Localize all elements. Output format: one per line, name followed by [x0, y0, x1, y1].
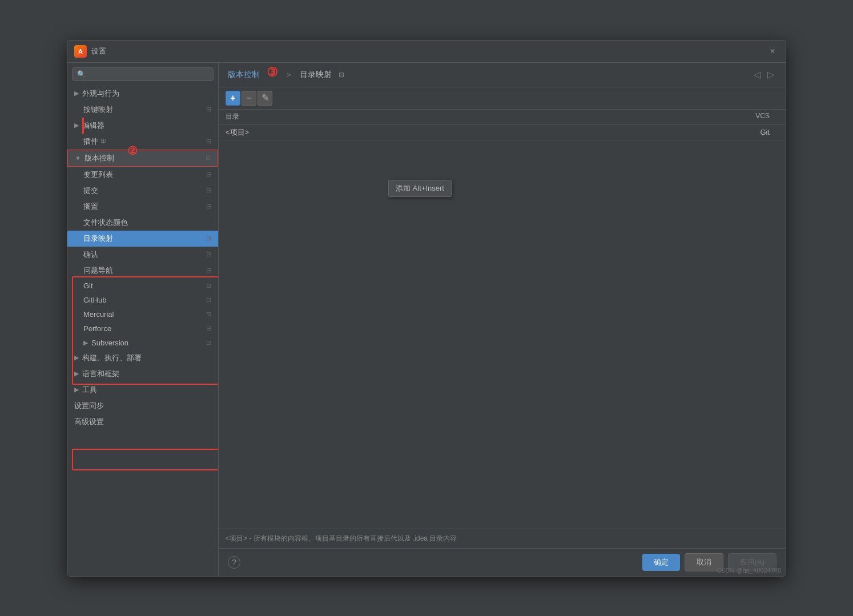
help-button[interactable]: ?	[228, 556, 240, 569]
sidebar-item-perforce[interactable]: Perforce ⊟	[67, 321, 218, 336]
col-vcs-header: VCS	[710, 112, 779, 122]
nav-forward-button[interactable]: ▷	[765, 68, 776, 81]
sidebar-item-issue-nav[interactable]: 问题导航 ⊟	[67, 263, 218, 279]
add-button[interactable]: +	[226, 91, 240, 106]
sidebar-item-dir-mapping[interactable]: 目录映射 ⊟	[67, 231, 218, 247]
table-header: 目录 VCS	[219, 110, 786, 124]
arrow-icon: ▶	[74, 354, 79, 361]
sidebar-item-settings-sync[interactable]: 设置同步	[67, 398, 218, 414]
settings-icon: ⊟	[206, 282, 211, 289]
vcs-section-wrapper: ▼ 版本控制 ⊟ ② 变更列表 ⊟ 提交 ⊟ 搁置 ⊟	[67, 150, 218, 231]
sidebar-item-tools[interactable]: ▶ 工具	[67, 382, 218, 398]
confirm-button[interactable]: 确定	[642, 554, 680, 571]
title-bar: A 设置 ×	[67, 41, 786, 63]
action-bar: ? 确定 取消 应用(A)	[219, 548, 786, 576]
sidebar-item-file-status[interactable]: 文件状态颜色	[67, 215, 218, 231]
settings-icon: ⊟	[206, 311, 211, 318]
dialog-body: 🔍 ▶ 外观与行为 按键映射 ⊟ ▶ 编辑器 插件 ①	[67, 63, 786, 576]
sidebar-item-advanced[interactable]: 高级设置	[67, 414, 218, 430]
header-settings-icon[interactable]: ⊟	[339, 71, 344, 79]
title-left: A 设置	[74, 45, 106, 58]
sidebar-item-mercurial[interactable]: Mercurial ⊟	[67, 307, 218, 321]
settings-icon: ⊟	[206, 203, 211, 210]
sidebar-item-subversion[interactable]: ▶ Subversion ⊟	[67, 336, 218, 350]
search-box[interactable]: 🔍	[72, 67, 214, 81]
close-button[interactable]: ×	[766, 45, 779, 58]
plugin-badge: ①	[100, 138, 106, 145]
sidebar-item-git[interactable]: Git ⊟	[67, 279, 218, 293]
content-header: 版本控制 ③ ＞ 目录映射 ⊟ ◁ ▷	[219, 63, 786, 87]
settings-icon: ⊟	[206, 187, 211, 194]
table-area: 目录 VCS <项目> Git	[219, 110, 786, 529]
settings-icon: ⊟	[206, 325, 211, 332]
footer-note: <项目> - 所有模块的内容根、项目基目录的所有直接后代以及 .idea 目录内…	[219, 529, 786, 548]
sidebar-item-build[interactable]: ▶ 构建、执行、部署	[67, 350, 218, 366]
arrow-icon: ▶	[74, 370, 79, 377]
edit-button[interactable]: ✎	[257, 91, 272, 106]
table-row[interactable]: <项目> Git	[219, 124, 786, 141]
sidebar-item-changelists[interactable]: 变更列表 ⊟	[67, 167, 218, 183]
search-input[interactable]	[89, 70, 208, 78]
dir-mapping-wrapper: 目录映射 ⊟	[67, 231, 218, 247]
vcs-cell: Git	[710, 128, 779, 136]
dir-cell: <项目>	[226, 127, 710, 138]
app-icon: A	[74, 45, 87, 58]
sidebar-item-vcs[interactable]: ▼ 版本控制 ⊟	[67, 150, 218, 167]
breadcrumb-sep: ＞	[285, 70, 293, 80]
sidebar-item-languages[interactable]: ▶ 语言和框架	[67, 366, 218, 382]
settings-icon: ⊟	[206, 296, 211, 304]
watermark: CSDN @qq_40024708	[717, 567, 781, 574]
breadcrumb-current: 目录映射	[300, 70, 332, 80]
arrow-icon: ▶	[83, 339, 88, 347]
remove-button[interactable]: −	[242, 91, 256, 106]
arrow-icon: ▶	[74, 122, 79, 129]
nav-back-button[interactable]: ◁	[751, 68, 763, 81]
sidebar-item-commit[interactable]: 提交 ⊟	[67, 183, 218, 199]
settings-icon: ⊟	[206, 154, 211, 162]
arrow-icon: ▼	[75, 155, 81, 162]
col-dir-header: 目录	[226, 112, 710, 122]
dir-mapping-annotation-box	[72, 449, 219, 470]
settings-icon: ⊟	[206, 339, 211, 347]
settings-icon: ⊟	[206, 106, 211, 113]
settings-icon: ⊟	[206, 138, 211, 145]
settings-icon: ⊟	[206, 171, 211, 178]
breadcrumb-vcs[interactable]: 版本控制	[228, 70, 260, 80]
arrow-icon: ▶	[74, 386, 79, 393]
sidebar-item-github[interactable]: GitHub ⊟	[67, 293, 218, 307]
sidebar: 🔍 ▶ 外观与行为 按键映射 ⊟ ▶ 编辑器 插件 ①	[67, 63, 219, 576]
sidebar-item-plugins[interactable]: 插件 ① ⊟	[67, 134, 218, 150]
tooltip-add: 添加 Alt+Insert	[388, 180, 452, 197]
sidebar-item-editor[interactable]: ▶ 编辑器	[67, 118, 218, 134]
toolbar: + − ✎ 添加 Alt+Insert	[219, 87, 786, 110]
sidebar-item-appearance[interactable]: ▶ 外观与行为	[67, 86, 218, 102]
settings-icon: ⊟	[206, 235, 211, 242]
sidebar-item-confirmation[interactable]: 确认 ⊟	[67, 247, 218, 263]
dialog-title: 设置	[91, 46, 106, 57]
settings-dialog: A 设置 × 🔍 ▶ 外观与行为 按键映射 ⊟ ▶ 编辑器	[67, 40, 786, 577]
sidebar-item-keymap[interactable]: 按键映射 ⊟	[67, 102, 218, 118]
arrow-icon: ▶	[74, 90, 79, 97]
settings-icon: ⊟	[206, 267, 211, 274]
settings-icon: ⊟	[206, 251, 211, 258]
annotation-3: ③	[267, 65, 278, 80]
main-content: 版本控制 ③ ＞ 目录映射 ⊟ ◁ ▷ + − ✎ 添加 Alt+Insert	[219, 63, 786, 576]
sidebar-item-shelf[interactable]: 搁置 ⊟	[67, 199, 218, 215]
search-icon: 🔍	[77, 70, 86, 78]
nav-arrows: ◁ ▷	[751, 68, 776, 81]
